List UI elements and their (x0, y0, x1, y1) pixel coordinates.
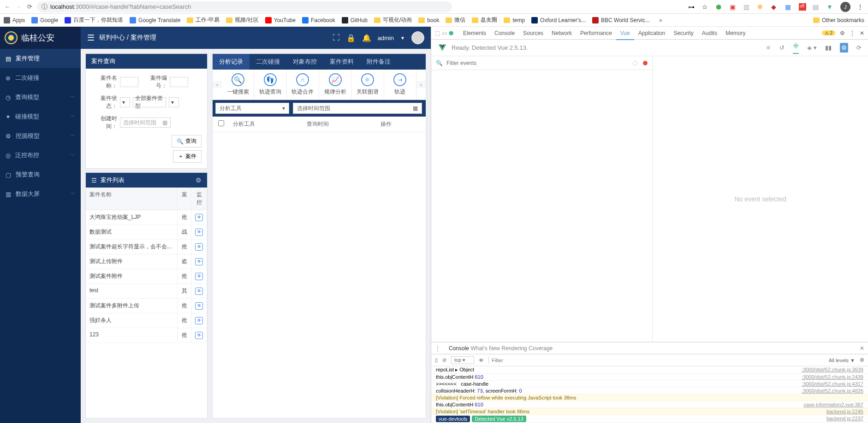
lock-icon[interactable]: 🔒 (346, 34, 356, 42)
table-row[interactable]: test其👁 (86, 284, 207, 299)
eye-icon[interactable]: 👁 (195, 332, 203, 339)
eye-icon[interactable]: 👁 (195, 243, 203, 251)
components-icon[interactable]: ⚛ (766, 44, 771, 51)
case-no-input[interactable] (170, 77, 188, 87)
table-row[interactable]: 测试案件超长字符显示，会不会...抢👁 (86, 240, 207, 254)
ext-icon[interactable]: ▣ (730, 3, 737, 11)
devtools-tab[interactable]: Performance (576, 27, 616, 39)
eye-icon[interactable]: 👁 (195, 214, 203, 221)
drawer-tab[interactable]: Rendering (501, 345, 527, 352)
address-bar[interactable]: ⓘ localhost:3000/#/case-handle?tabName=c… (37, 1, 452, 12)
console-filter-input[interactable] (488, 357, 581, 364)
menu-icon[interactable]: ⋮ (857, 3, 864, 11)
shield-icon[interactable]: ⬢ (716, 3, 723, 11)
date-range-input[interactable]: 选择时间范围▦ (120, 118, 171, 128)
scroll-left-icon[interactable]: ‹ (213, 81, 222, 88)
devtools-tab[interactable]: Console (490, 27, 519, 39)
inspect-icon[interactable]: ⬚ (435, 30, 440, 36)
table-row[interactable]: 测试上传附件盗👁 (86, 254, 207, 269)
tool-button[interactable]: ⑃轨迹合并 (287, 70, 319, 100)
drawer-tab[interactable]: What's New (470, 345, 500, 352)
devtools-tab[interactable]: Audits (698, 27, 721, 39)
device-icon[interactable]: ▭ (442, 30, 447, 36)
eye-icon[interactable]: 👁 (195, 288, 203, 295)
reload-icon[interactable]: ⟳ (26, 3, 33, 11)
ext-icon[interactable]: ▥ (743, 3, 751, 11)
bookmark-item[interactable]: temp (504, 17, 525, 24)
type-select2[interactable]: ▾ (169, 97, 179, 107)
sidebar-item[interactable]: ⊕二次碰撞 (0, 68, 81, 88)
status-select[interactable]: ▾ (120, 97, 130, 107)
devtools-tab[interactable]: Sources (519, 27, 547, 39)
vue-ext-icon[interactable]: ▼ (826, 3, 834, 11)
star-icon[interactable]: ☆ (702, 3, 709, 11)
devtools-tab[interactable]: Elements (459, 27, 490, 39)
close-icon[interactable]: ✕ (860, 30, 864, 36)
devtools-tab[interactable]: Memory (721, 27, 749, 39)
ext-icon[interactable]: ◆ (771, 3, 779, 11)
tab[interactable]: 分析记录 (213, 54, 250, 70)
bookmark-item[interactable]: Oxford Learner's... (531, 17, 586, 24)
drawer-tab[interactable]: Console (449, 345, 469, 352)
bell-icon[interactable]: 🔔 (362, 34, 371, 42)
table-row[interactable]: 大鸿珠宝抢劫案_LJP抢👁 (86, 210, 207, 225)
devtools-tab[interactable]: Network (547, 27, 576, 39)
tab[interactable]: 附件备注 (360, 54, 397, 70)
bookmark-item[interactable]: 百度一下，你就知道 (65, 16, 123, 24)
devtools-tab[interactable]: Application (634, 27, 670, 39)
sidebar-toggle-icon[interactable]: ▯ (435, 357, 438, 363)
sidebar-item[interactable]: ⚙挖掘模型﹀ (0, 126, 81, 146)
avatar[interactable] (411, 31, 424, 44)
sidebar-item[interactable]: ▢预警查询 (0, 165, 81, 184)
scroll-right-icon[interactable]: › (416, 81, 426, 88)
back-icon[interactable]: ← (4, 3, 11, 11)
bookmark-item[interactable]: 工作-甲易 (187, 16, 220, 24)
bookmark-item[interactable]: 视频/社区 (226, 16, 258, 24)
ext-icon[interactable]: ▦ (785, 3, 792, 11)
routing-icon[interactable]: ◈ ▾ (807, 44, 817, 51)
ext-icon[interactable]: off (799, 3, 806, 11)
devtools-tab[interactable]: Security (669, 27, 697, 39)
drawer-menu-icon[interactable]: ⋮ (435, 345, 440, 352)
events-icon[interactable]: ⁜ (793, 41, 799, 54)
tab[interactable]: 对象布控 (286, 54, 323, 70)
chevron-down-icon[interactable]: ▼ (400, 35, 405, 41)
table-row[interactable]: 测试案件附件抢👁 (86, 269, 207, 284)
record-icon[interactable] (643, 61, 648, 65)
sidebar-item[interactable]: ✦碰撞模型﹀ (0, 107, 81, 126)
console-settings-icon[interactable]: ⚙ (860, 357, 864, 363)
add-case-button[interactable]: ＋案件 (173, 150, 202, 163)
eye-icon[interactable]: 👁 (195, 302, 203, 310)
eye-icon[interactable]: 👁 (195, 229, 203, 236)
forward-icon[interactable]: → (15, 3, 22, 11)
fullscreen-icon[interactable]: ⛶ (333, 34, 340, 42)
tool-button[interactable]: 👣轨迹查询 (254, 70, 286, 100)
settings-icon[interactable]: ⚙ (840, 43, 848, 53)
eye-icon[interactable]: 👁 (195, 317, 203, 324)
tool-button[interactable]: 🔍一键搜索 (222, 70, 254, 100)
clear-icon[interactable] (633, 61, 637, 65)
hamburger-icon[interactable]: ☰ (87, 33, 95, 43)
bookmark-item[interactable]: 可视化/动画 (374, 16, 412, 24)
warning-badge[interactable]: ⚠ 2 (822, 30, 835, 35)
clear-console-icon[interactable]: ⊘ (442, 357, 446, 363)
settings-icon[interactable]: ⚙ (840, 30, 845, 36)
bookmark-item[interactable]: 盘友圈 (472, 16, 497, 24)
query-button[interactable]: 🔍查询 (172, 135, 202, 147)
bookmark-item[interactable]: Google Translate (130, 17, 180, 24)
profile-icon[interactable]: J (840, 2, 850, 12)
sidebar-item[interactable]: ▤案件管理 (0, 49, 81, 68)
bookmark-item[interactable]: book (418, 17, 439, 24)
user-name[interactable]: admin (378, 35, 394, 41)
bookmark-item[interactable]: 微信 (446, 16, 465, 24)
bookmark-item[interactable]: Apps (4, 17, 25, 24)
eye-icon[interactable]: 👁 (195, 258, 203, 265)
history-icon[interactable]: ↺ (779, 44, 785, 51)
gear-icon[interactable]: ⚙ (196, 176, 202, 184)
other-bookmarks[interactable]: Other bookmarks (813, 17, 864, 24)
perf-icon[interactable]: ▮▮ (825, 44, 832, 51)
devtools-tab[interactable]: Vue (616, 27, 634, 40)
bookmark-item[interactable]: Google (31, 17, 58, 24)
tool-button[interactable]: ⇢轨迹 (384, 70, 416, 100)
live-expr-icon[interactable]: 👁 (479, 358, 484, 363)
